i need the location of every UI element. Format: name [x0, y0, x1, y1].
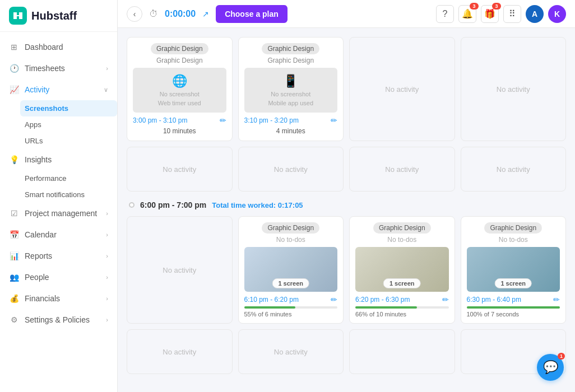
sidebar-item-calendar[interactable]: 📅 Calendar ›: [0, 224, 117, 245]
logo: Hubstaff: [0, 0, 117, 32]
no-activity-text: No activity: [163, 266, 196, 274]
percent-label: 66% of 10 minutes: [355, 311, 449, 318]
cards-row-1: Graphic Design Graphic Design 🌐 No scree…: [127, 37, 566, 141]
no-activity-text: No activity: [274, 348, 308, 356]
project-badge: Graphic Design: [262, 222, 319, 234]
section2-grid: No activity Graphic Design No to-dos 1 s…: [127, 216, 566, 324]
sidebar-item-activity[interactable]: 📈 Activity ∨: [0, 79, 117, 100]
header-icons: ? 🔔 3 🎁 3 ⠿ A K: [436, 5, 566, 23]
no-screenshot-area: 📱 No screenshot Mobile app used: [244, 68, 338, 113]
no-activity-card: No activity: [349, 37, 455, 141]
no-activity-text: No activity: [385, 85, 419, 94]
chevron-right-icon: ›: [106, 210, 108, 217]
chevron-right-icon: ›: [106, 274, 108, 281]
no-activity-card: No activity: [127, 147, 233, 192]
sidebar-item-smart-notifications[interactable]: Smart notifications: [25, 186, 117, 203]
total-time-label: Total time worked: 0:17:05: [212, 201, 303, 209]
choose-plan-button[interactable]: Choose a plan: [216, 5, 288, 23]
no-activity-text: No activity: [274, 165, 308, 174]
sidebar: Hubstaff ⊞ Dashboard 🕐 Timesheets › 📈 Ac…: [0, 0, 118, 392]
project-badge: Graphic Design: [262, 43, 319, 54]
sidebar-item-apps[interactable]: Apps: [25, 116, 117, 133]
minutes-label: 4 minutes: [244, 127, 338, 135]
image-screenshot-card-2: Graphic Design No to-dos 1 screen 6:20 p…: [349, 216, 455, 324]
time-row: 6:20 pm - 6:30 pm ✏: [355, 295, 449, 304]
chevron-down-icon: ∨: [104, 86, 108, 94]
gift-button[interactable]: 🎁 3: [481, 5, 499, 23]
sidebar-item-reports[interactable]: 📊 Reports ›: [0, 245, 117, 267]
card-sub: No to-dos: [355, 236, 449, 244]
section-bottom-grid: No activity No activity: [127, 329, 566, 374]
dashboard-icon: ⊞: [9, 42, 19, 52]
percent-label: 100% of 7 seconds: [467, 311, 560, 318]
edit-icon[interactable]: ✏: [331, 295, 337, 304]
edit-icon[interactable]: ✏: [331, 116, 337, 125]
sidebar-item-screenshots[interactable]: Screenshots: [20, 100, 117, 116]
screenshot-image-area[interactable]: 1 screen: [355, 247, 449, 292]
sidebar-item-project-management[interactable]: ☑ Project management ›: [0, 203, 117, 224]
sidebar-item-financials[interactable]: 💰 Financials ›: [0, 288, 117, 309]
no-activity-card: No activity: [127, 329, 233, 374]
expand-timer-icon[interactable]: ↗: [202, 10, 209, 18]
sidebar-item-timesheets[interactable]: 🕐 Timesheets ›: [0, 58, 117, 79]
section1-grid: Graphic Design Graphic Design 🌐 No scree…: [127, 37, 566, 141]
help-button[interactable]: ?: [436, 5, 454, 23]
insights-icon: 💡: [9, 155, 19, 165]
sidebar-item-label: Settings & Policies: [25, 315, 90, 324]
gift-icon: 🎁: [484, 8, 495, 19]
card-sub: No to-dos: [244, 236, 338, 244]
time-row: 3:00 pm - 3:10 pm ✏: [133, 116, 226, 125]
time-range: 6:20 pm - 6:30 pm: [355, 296, 410, 304]
chevron-right-icon: ›: [106, 253, 108, 259]
percent-label: 55% of 6 minutes: [244, 311, 338, 318]
edit-icon[interactable]: ✏: [442, 295, 449, 304]
device-label: Mobile app used: [268, 100, 313, 106]
no-activity-card: No activity: [238, 147, 344, 192]
chat-badge: 1: [558, 353, 565, 360]
total-time-value: 0:17:05: [278, 201, 303, 209]
screenshot-card-1: Graphic Design Graphic Design 🌐 No scree…: [127, 37, 233, 141]
time-row: 6:10 pm - 6:20 pm ✏: [244, 295, 338, 304]
sidebar-item-insights[interactable]: 💡 Insights: [0, 149, 117, 170]
sidebar-item-settings[interactable]: ⚙ Settings & Policies ›: [0, 309, 117, 330]
edit-icon[interactable]: ✏: [220, 116, 226, 125]
cards-row-bottom: No activity No activity: [127, 329, 566, 374]
notifications-button[interactable]: 🔔 3: [458, 5, 476, 23]
chevron-right-icon: ›: [106, 316, 108, 323]
insights-sub-items: Performance Smart notifications: [0, 170, 117, 203]
sidebar-item-label: Project management: [25, 209, 97, 218]
back-button[interactable]: ‹: [127, 6, 142, 22]
image-screenshot-card-1: Graphic Design No to-dos 1 screen 6:10 p…: [238, 216, 344, 324]
project-icon: ☑: [9, 208, 19, 218]
no-screenshot-area: 🌐 No screenshot Web timer used: [133, 68, 226, 113]
progress-fill: [355, 306, 417, 309]
time-range: 3:00 pm - 3:10 pm: [133, 116, 187, 124]
chat-button[interactable]: 💬 1: [537, 354, 564, 381]
timesheets-icon: 🕐: [9, 63, 19, 73]
timer-icon: ⏱: [149, 9, 158, 19]
sidebar-item-performance[interactable]: Performance: [25, 170, 117, 186]
activity-sub-items: Screenshots Apps URLs: [0, 100, 117, 149]
avatar-k[interactable]: K: [548, 5, 566, 23]
section-spacer-grid: No activity No activity No activity No a…: [127, 147, 566, 192]
sidebar-item-label: People: [25, 273, 49, 282]
main-area: ‹ ⏱ 0:00:00 ↗ Choose a plan ? 🔔 3 🎁 3 ⠿ …: [118, 0, 575, 392]
chat-icon: 💬: [543, 360, 558, 375]
sidebar-item-people[interactable]: 👥 People ›: [0, 267, 117, 288]
edit-icon[interactable]: ✏: [553, 295, 560, 304]
no-activity-card: No activity: [461, 147, 567, 192]
section2-time-range: 6:00 pm - 7:00 pm: [140, 200, 206, 209]
sidebar-item-dashboard[interactable]: ⊞ Dashboard: [0, 36, 117, 58]
avatar-a[interactable]: A: [526, 5, 544, 23]
time-dot: [129, 202, 135, 208]
sidebar-item-urls[interactable]: URLs: [25, 133, 117, 149]
no-activity-text: No activity: [163, 348, 196, 356]
project-badge: Graphic Design: [151, 43, 208, 54]
screenshot-image-area[interactable]: 1 screen: [244, 247, 338, 292]
screenshot-image-area[interactable]: 1 screen: [467, 247, 560, 292]
apps-grid-button[interactable]: ⠿: [503, 5, 521, 23]
section2-header: 6:00 pm - 7:00 pm Total time worked: 0:1…: [127, 200, 566, 209]
people-icon: 👥: [9, 272, 19, 282]
no-activity-card: No activity: [349, 147, 455, 192]
no-screenshot-label: No screenshot: [271, 91, 310, 97]
